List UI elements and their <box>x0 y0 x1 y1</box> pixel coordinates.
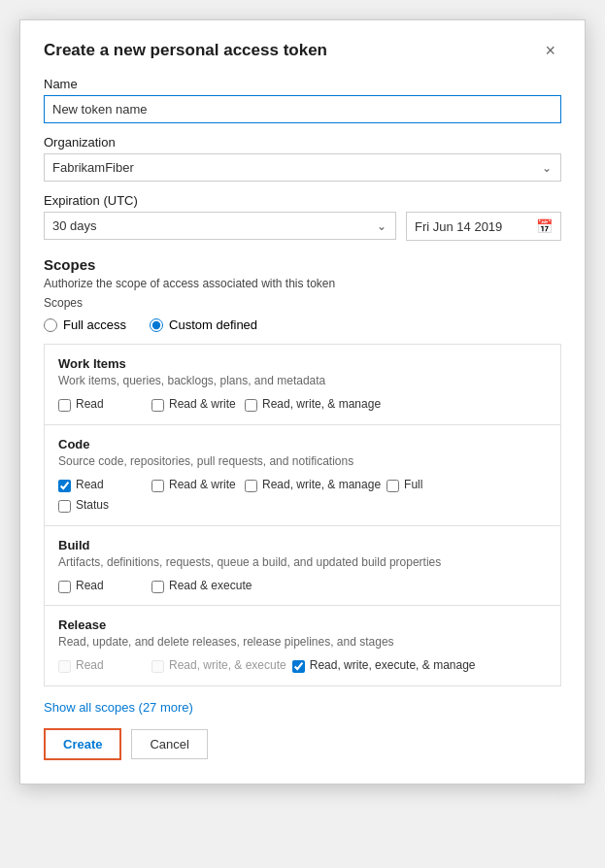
scope-option-label-1-2: Read, write, & manage <box>262 478 381 493</box>
org-select[interactable]: FabrikamFiber <box>44 153 561 182</box>
scope-option-label-2-1: Read & execute <box>169 579 252 594</box>
scope-checkbox-1-3[interactable] <box>387 480 399 492</box>
scope-checkbox-1-4[interactable] <box>58 500 71 513</box>
scopes-radio-group: Full access Custom defined <box>44 317 561 332</box>
scope-section-release: ReleaseRead, update, and delete releases… <box>45 606 560 685</box>
org-select-wrapper: FabrikamFiber ⌄ <box>44 153 561 182</box>
scope-option-label-1-4: Status <box>76 498 109 514</box>
name-label: Name <box>44 77 561 91</box>
expiration-label: Expiration (UTC) <box>44 193 561 208</box>
scope-option-1-0[interactable]: Read <box>58 478 146 493</box>
scope-options-0: ReadRead & writeRead, write, & manage <box>58 397 547 413</box>
scope-option-2-1[interactable]: Read & execute <box>151 579 252 594</box>
scopes-container: Work ItemsWork items, queries, backlogs,… <box>44 344 561 686</box>
scope-option-label-1-0: Read <box>76 478 104 493</box>
show-all-scopes-link[interactable]: Show all scopes (27 more) <box>44 700 193 715</box>
dialog-header: Create a new personal access token × <box>44 40 561 61</box>
action-row: Create Cancel <box>44 728 561 760</box>
scope-option-0-2[interactable]: Read, write, & manage <box>245 397 381 413</box>
create-button[interactable]: Create <box>44 728 121 760</box>
scope-option-1-4[interactable]: Status <box>58 498 146 514</box>
scope-options-2: ReadRead & execute <box>58 579 547 594</box>
scope-option-label-1-3: Full <box>404 478 422 493</box>
dialog-title: Create a new personal access token <box>44 41 327 60</box>
scopes-desc: Authorize the scope of access associated… <box>44 277 561 290</box>
scope-option-label-0-2: Read, write, & manage <box>262 397 381 413</box>
calendar-icon: 📅 <box>536 218 553 234</box>
custom-defined-label: Custom defined <box>169 317 257 332</box>
scope-section-desc-2: Artifacts, definitions, requests, queue … <box>58 555 547 569</box>
create-token-dialog: Create a new personal access token × Nam… <box>19 19 586 785</box>
scope-section-desc-3: Read, update, and delete releases, relea… <box>58 635 547 649</box>
scope-option-1-3[interactable]: Full <box>387 478 474 493</box>
scope-section-title-0: Work Items <box>58 356 547 371</box>
scope-checkbox-3-0 <box>58 660 71 673</box>
expiration-select-wrapper: 30 days 60 days 90 days Custom ⌄ <box>44 212 396 241</box>
expiration-select[interactable]: 30 days 60 days 90 days Custom <box>44 212 396 240</box>
scope-options-1: ReadRead & writeRead, write, & manageFul… <box>58 478 547 514</box>
scope-checkbox-0-0[interactable] <box>58 399 71 412</box>
scope-section-title-3: Release <box>58 618 547 632</box>
scope-section-desc-0: Work items, queries, backlogs, plans, an… <box>58 374 547 387</box>
custom-defined-radio-input[interactable] <box>150 318 163 332</box>
scope-option-1-2[interactable]: Read, write, & manage <box>245 478 381 493</box>
scope-option-label-2-0: Read <box>76 579 104 594</box>
scope-option-0-1[interactable]: Read & write <box>151 397 239 413</box>
close-button[interactable]: × <box>539 40 561 61</box>
scope-option-0-0[interactable]: Read <box>58 397 146 413</box>
cancel-button[interactable]: Cancel <box>131 729 207 759</box>
org-label: Organization <box>44 135 561 150</box>
scope-option-label-1-1: Read & write <box>169 478 236 493</box>
custom-defined-radio[interactable]: Custom defined <box>150 317 257 332</box>
full-access-radio[interactable]: Full access <box>44 317 126 332</box>
scope-checkbox-0-2[interactable] <box>245 399 257 412</box>
full-access-label: Full access <box>63 317 126 332</box>
scope-option-2-0[interactable]: Read <box>58 579 146 594</box>
scope-option-label-3-0: Read <box>76 658 104 674</box>
scope-section-title-1: Code <box>58 437 547 451</box>
scope-option-label-3-1: Read, write, & execute <box>169 658 286 674</box>
scope-checkbox-3-1 <box>151 660 164 673</box>
expiration-row: 30 days 60 days 90 days Custom ⌄ Fri Jun… <box>44 212 561 241</box>
scope-option-1-1[interactable]: Read & write <box>151 478 239 493</box>
token-name-input[interactable] <box>44 95 561 123</box>
scope-option-label-0-0: Read <box>76 397 104 413</box>
scope-checkbox-1-1[interactable] <box>151 480 164 492</box>
scope-section-build: BuildArtifacts, definitions, requests, q… <box>45 526 560 607</box>
scope-option-label-0-1: Read & write <box>169 397 236 413</box>
scope-option-3-1: Read, write, & execute <box>151 658 286 674</box>
scope-checkbox-2-1[interactable] <box>151 581 164 593</box>
scope-section-desc-1: Source code, repositories, pull requests… <box>58 454 547 468</box>
scope-section-work-items: Work ItemsWork items, queries, backlogs,… <box>45 345 560 425</box>
scope-checkbox-1-0[interactable] <box>58 480 71 492</box>
scopes-sub-label: Scopes <box>44 296 561 310</box>
scope-checkbox-1-2[interactable] <box>245 480 257 492</box>
scope-checkbox-2-0[interactable] <box>58 581 71 593</box>
scope-option-3-2[interactable]: Read, write, execute, & manage <box>292 658 476 674</box>
scope-checkbox-0-1[interactable] <box>151 399 164 412</box>
scopes-heading: Scopes <box>44 256 561 273</box>
full-access-radio-input[interactable] <box>44 318 57 332</box>
scope-checkbox-3-2[interactable] <box>292 660 305 673</box>
scope-option-3-0: Read <box>58 658 146 674</box>
scope-section-title-2: Build <box>58 538 547 552</box>
expiration-date-field[interactable]: Fri Jun 14 2019 📅 <box>406 212 561 241</box>
scope-section-code: CodeSource code, repositories, pull requ… <box>45 425 560 526</box>
scope-option-label-3-2: Read, write, execute, & manage <box>310 658 476 674</box>
scope-options-3: ReadRead, write, & executeRead, write, e… <box>58 658 547 674</box>
expiration-date-value: Fri Jun 14 2019 <box>415 219 502 234</box>
